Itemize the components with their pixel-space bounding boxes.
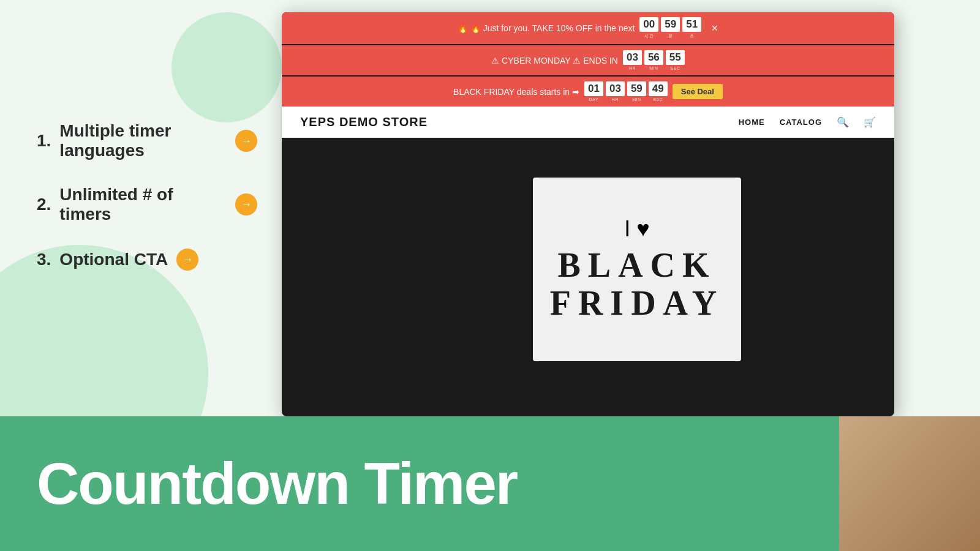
hand-image-area (839, 416, 980, 551)
minutes-label-3: MIN (632, 97, 641, 102)
feature-2-text: 2. (37, 195, 51, 214)
timer-bar-3-digits: 01 DAY 03 HR 59 MIN 49 SEC (584, 81, 668, 102)
timer-bar-3: BLACK FRIDAY deals starts in ➡ 01 DAY 03… (282, 77, 894, 107)
seconds-label-2: SEC (670, 66, 680, 70)
search-icon[interactable]: 🔍 (837, 116, 849, 128)
seconds-digit-3: 49 (649, 81, 668, 96)
timer-bar-2: ⚠ CYBER MONDAY ⚠ ENDS IN 03 HR 56 MIN 55… (282, 45, 894, 75)
nav-catalog[interactable]: CATALOG (780, 118, 822, 127)
hero-area: I ♥ BLACK FRIDAY (282, 138, 894, 401)
minutes-label: 분 (668, 33, 673, 39)
nav-home[interactable]: HOME (739, 118, 765, 127)
timer-bar-3-prefix: BLACK FRIDAY deals starts in ➡ (453, 87, 579, 97)
minutes-digit-3: 59 (627, 81, 646, 96)
minutes-group-3: 59 MIN (627, 81, 646, 102)
hand-background (839, 416, 980, 551)
hours-label-3: HR (612, 97, 619, 102)
timer-bar-2-digits: 03 HR 56 MIN 55 SEC (623, 50, 685, 70)
bottom-bar: Countdown Timer (0, 416, 839, 551)
browser-mockup: 🔥 🔥 Just for you. TAKE 10% OFF in the ne… (282, 12, 894, 416)
feature-item-3: 3. Optional CTA (37, 249, 257, 271)
close-icon[interactable]: ✕ (711, 23, 718, 33)
left-panel: 1. Multiple timer languages 2. Unlimited… (0, 0, 282, 416)
hero-text-line1: BLACK (557, 247, 716, 285)
seconds-digit: 51 (682, 17, 701, 32)
feature-2-arrow[interactable] (235, 193, 257, 216)
minutes-group: 59 분 (661, 17, 680, 39)
hero-heart: I ♥ (624, 216, 649, 242)
see-deal-button[interactable]: See Deal (673, 84, 723, 99)
feature-item-2: 2. Unlimited # of timers (37, 185, 257, 224)
store-navigation: HOME CATALOG 🔍 🛒 (739, 116, 876, 128)
hours-group-3: 03 HR (606, 81, 625, 102)
hours-group: 00 시간 (639, 17, 658, 39)
hours-label-2: HR (629, 66, 636, 70)
store-name: YEPS DEMO STORE (300, 115, 428, 129)
hours-digit-3: 03 (606, 81, 625, 96)
feature-3-arrow[interactable] (176, 249, 198, 271)
timer-bar-1-prefix: 🔥 🔥 Just for you. TAKE 10% OFF in the ne… (458, 23, 635, 33)
lightbox-card: I ♥ BLACK FRIDAY (533, 178, 741, 361)
hours-digit-2: 03 (623, 50, 642, 65)
hours-label: 시간 (644, 33, 654, 39)
feature-item-1: 1. Multiple timer languages (37, 121, 257, 160)
feature-1-text: 1. (37, 131, 51, 151)
hours-digit: 00 (639, 17, 658, 32)
seconds-label-3: SEC (653, 97, 663, 102)
feature-3-text: 3. (37, 250, 51, 269)
days-digit-3: 01 (584, 81, 603, 96)
seconds-group-3: 49 SEC (649, 81, 668, 102)
seconds-group-2: 55 SEC (666, 50, 685, 70)
timer-bar-2-prefix: ⚠ CYBER MONDAY ⚠ ENDS IN (491, 56, 618, 66)
feature-1-arrow[interactable] (235, 130, 257, 152)
timer-bar-1: 🔥 🔥 Just for you. TAKE 10% OFF in the ne… (282, 12, 894, 44)
minutes-digit-2: 56 (644, 50, 663, 65)
cart-icon[interactable]: 🛒 (864, 116, 876, 128)
hero-text-line2: FRIDAY (550, 285, 725, 323)
seconds-digit-2: 55 (666, 50, 685, 65)
minutes-group-2: 56 MIN (644, 50, 663, 70)
minutes-digit: 59 (661, 17, 680, 32)
days-group-3: 01 DAY (584, 81, 603, 102)
seconds-label: 초 (690, 33, 695, 39)
countdown-timer-title: Countdown Timer (37, 450, 517, 517)
store-header: YEPS DEMO STORE HOME CATALOG 🔍 🛒 (282, 107, 894, 138)
days-label-3: DAY (589, 97, 598, 102)
feature-2-label: Unlimited # of timers (59, 185, 227, 224)
timer-bar-1-digits: 00 시간 59 분 51 초 (639, 17, 701, 39)
hours-group-2: 03 HR (623, 50, 642, 70)
feature-1-label: Multiple timer languages (59, 121, 227, 160)
feature-3-label: Optional CTA (59, 250, 168, 269)
minutes-label-2: MIN (649, 66, 658, 70)
seconds-group: 51 초 (682, 17, 701, 39)
